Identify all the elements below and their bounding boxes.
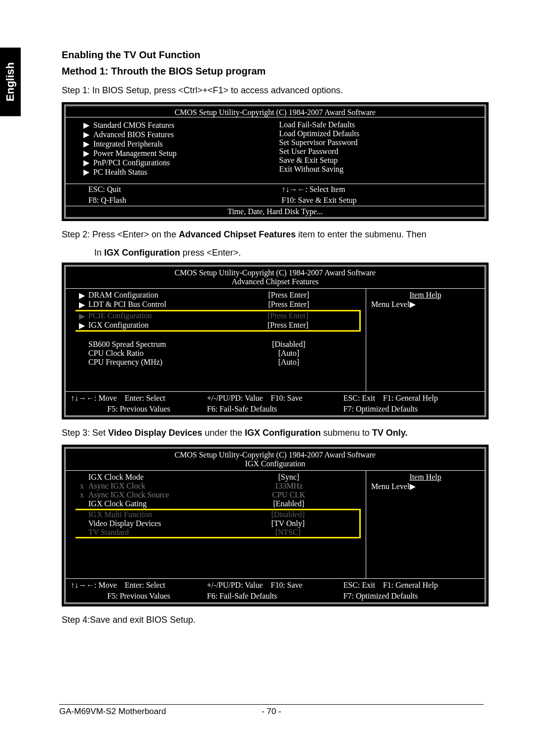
help-esc: ESC: Quit bbox=[88, 185, 282, 194]
menu-item[interactable]: Set Supervisor Password bbox=[279, 138, 475, 147]
option-row-igx[interactable]: ▶IGX Configuration[Press Enter] bbox=[76, 321, 359, 330]
menu-label: PnP/PCI Configurations bbox=[93, 158, 170, 167]
menu-label: Load Optimized Defaults bbox=[279, 129, 360, 138]
option-label: SB600 Spread Spectrum bbox=[88, 340, 217, 349]
help-head: Item Help bbox=[371, 473, 480, 482]
step-2-text: Step 2: Press <Enter> on the Advanced Ch… bbox=[62, 228, 489, 241]
option-value: [Press Enter] bbox=[217, 291, 361, 300]
option-label: TV Standard bbox=[88, 528, 217, 537]
help-head: Item Help bbox=[371, 291, 480, 300]
footer-seg: ESC: Exit F1: General Help bbox=[343, 581, 480, 590]
menu-item[interactable]: Load Fail-Safe Defaults bbox=[279, 120, 475, 129]
triangle-icon: ▶ bbox=[83, 167, 93, 177]
bios-title: CMOS Setup Utility-Copyright (C) 1984-20… bbox=[66, 106, 485, 117]
triangle-icon: ▶ bbox=[83, 158, 93, 167]
bios-right-column: Load Fail-Safe Defaults Load Optimized D… bbox=[279, 120, 475, 177]
lead bbox=[76, 358, 88, 367]
bold-text: Video Display Devices bbox=[108, 428, 202, 438]
help-f8: F8: Q-Flash bbox=[88, 196, 282, 205]
menu-item[interactable]: ▶Standard CMOS Features bbox=[83, 120, 279, 130]
bios-title: CMOS Setup Utility-Copyright (C) 1984-20… bbox=[66, 266, 485, 277]
option-row[interactable]: ▶DRAM Configuration[Press Enter] bbox=[76, 291, 361, 300]
option-row[interactable]: CPU Frequency (MHz)[Auto] bbox=[76, 358, 361, 367]
text: In bbox=[94, 248, 104, 258]
option-value: CPU CLK bbox=[217, 491, 361, 499]
option-label: PCIE Configuration bbox=[88, 311, 217, 321]
option-label: DRAM Configuration bbox=[88, 291, 217, 300]
option-value: [Sync] bbox=[217, 473, 361, 482]
option-value: [Disabled] bbox=[217, 340, 361, 349]
method-heading: Method 1: Throuth the BIOS Setup program bbox=[62, 66, 489, 77]
bios-advanced-chipset: CMOS Setup Utility-Copyright (C) 1984-20… bbox=[62, 263, 489, 419]
document-page: English Enabling the TV Out Function Met… bbox=[0, 0, 533, 756]
text: press <Enter>. bbox=[180, 248, 241, 258]
footer-spacer bbox=[296, 707, 484, 717]
option-row-pcie[interactable]: ▶PCIE Configuration[Press Enter] bbox=[76, 311, 359, 321]
footer-seg: F6: Fail-Safe Defaults bbox=[207, 592, 343, 601]
lead bbox=[76, 510, 88, 519]
footer-seg: +/-/PU/PD: Value F10: Save bbox=[207, 581, 343, 590]
bios-body: IGX Clock Mode[Sync] xAsync IGX Clock133… bbox=[66, 471, 485, 578]
menu-label: Save & Exit Setup bbox=[279, 156, 338, 164]
option-label: IGX Multi Function bbox=[88, 510, 217, 519]
bios-frame: CMOS Setup Utility-Copyright (C) 1984-20… bbox=[64, 265, 486, 417]
menu-item[interactable]: Save & Exit Setup bbox=[279, 156, 475, 165]
option-row[interactable]: SB600 Spread Spectrum[Disabled] bbox=[76, 340, 361, 349]
lead bbox=[76, 349, 88, 358]
option-label: Async IGX Clock bbox=[88, 482, 217, 491]
triangle-icon: ▶ bbox=[83, 149, 93, 158]
text: Step 2: Press <Enter> on the bbox=[62, 229, 179, 239]
bios-status-msg: Time, Date, Hard Disk Type... bbox=[66, 206, 485, 217]
option-row[interactable]: ▶LDT & PCI Bus Control[Press Enter] bbox=[76, 300, 361, 309]
option-value: [NTSC] bbox=[217, 528, 359, 537]
triangle-icon: ▶ bbox=[76, 321, 88, 330]
option-value: [Enabled] bbox=[217, 499, 361, 508]
option-row-video-display[interactable]: Video Display Devices[TV Only] bbox=[76, 519, 359, 528]
triangle-icon: ▶ bbox=[76, 291, 88, 300]
bios-footer: F5: Previous Values F6: Fail-Safe Defaul… bbox=[66, 405, 485, 416]
footer-seg: F5: Previous Values bbox=[71, 592, 207, 601]
triangle-icon: ▶ bbox=[83, 139, 93, 149]
help-menu-level: Menu Level▶ bbox=[371, 300, 480, 309]
bios-frame: CMOS Setup Utility-Copyright (C) 1984-20… bbox=[64, 447, 486, 604]
bios-subtitle: Advanced Chipset Features bbox=[66, 277, 485, 288]
bios-frame: CMOS Setup Utility-Copyright (C) 1984-20… bbox=[64, 105, 486, 219]
option-value: [Disabled] bbox=[217, 510, 359, 519]
footer-seg: F7: Optimized Defaults bbox=[343, 592, 480, 601]
help-f10: F10: Save & Exit Setup bbox=[282, 196, 475, 205]
bios-subtitle: IGX Configuration bbox=[66, 459, 485, 470]
highlight-callout: IGX Multi Function[Disabled] Video Displ… bbox=[76, 509, 361, 538]
text: Step 3: Set bbox=[62, 428, 108, 438]
menu-item[interactable]: Set User Password bbox=[279, 147, 475, 156]
menu-item[interactable]: ▶Advanced BIOS Features bbox=[83, 130, 279, 139]
triangle-icon: ▶ bbox=[76, 311, 88, 321]
footer-seg: ESC: Exit F1: General Help bbox=[343, 394, 480, 403]
menu-item[interactable]: Load Optimized Defaults bbox=[279, 129, 475, 138]
triangle-icon: ▶ bbox=[83, 120, 93, 130]
section-heading: Enabling the TV Out Function bbox=[62, 49, 489, 61]
page-footer: GA-M69VM-S2 Motherboard - 70 - bbox=[59, 704, 484, 717]
step-2-line2: In IGX Configuration press <Enter>. bbox=[62, 246, 489, 260]
bios-left-column: ▶Standard CMOS Features ▶Advanced BIOS F… bbox=[83, 120, 279, 177]
lead bbox=[76, 473, 88, 482]
bios-help-row: F8: Q-Flash F10: Save & Exit Setup bbox=[66, 195, 485, 206]
option-row-multi[interactable]: IGX Multi Function[Disabled] bbox=[76, 510, 359, 519]
menu-label: Advanced BIOS Features bbox=[93, 130, 174, 139]
menu-label: Exit Without Saving bbox=[279, 165, 344, 173]
menu-label: Power Management Setup bbox=[93, 149, 177, 157]
footer-product: GA-M69VM-S2 Motherboard bbox=[59, 707, 247, 717]
bios-footer: ↑↓→←: Move Enter: Select +/-/PU/PD: Valu… bbox=[66, 391, 485, 405]
menu-item[interactable]: ▶PC Health Status bbox=[83, 167, 279, 177]
footer-seg: ↑↓→←: Move Enter: Select bbox=[71, 394, 207, 403]
menu-item[interactable]: ▶PnP/PCI Configurations bbox=[83, 158, 279, 167]
option-label: CPU Frequency (MHz) bbox=[88, 358, 217, 367]
triangle-icon: ▶ bbox=[76, 300, 88, 309]
menu-item[interactable]: ▶Integrated Peripherals bbox=[83, 139, 279, 149]
menu-item[interactable]: Exit Without Saving bbox=[279, 165, 475, 174]
option-row-tv-standard[interactable]: TV Standard[NTSC] bbox=[76, 528, 359, 537]
option-row[interactable]: CPU Clock Ratio[Auto] bbox=[76, 349, 361, 358]
option-row[interactable]: IGX Clock Mode[Sync] bbox=[76, 473, 361, 482]
option-row[interactable]: IGX Clock Gating[Enabled] bbox=[76, 499, 361, 508]
menu-item[interactable]: ▶Power Management Setup bbox=[83, 149, 279, 158]
option-label: CPU Clock Ratio bbox=[88, 349, 217, 358]
